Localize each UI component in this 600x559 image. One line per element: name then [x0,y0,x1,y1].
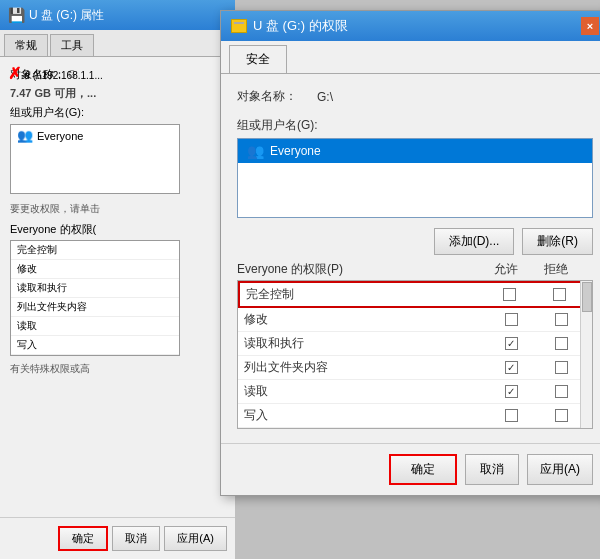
bg-group-text: 组或用户名(G): [10,106,84,118]
close-button[interactable]: × [581,17,599,35]
bg-drive-icon: 💾 [8,7,25,23]
bg-window-title: U 盘 (G:) 属性 [29,7,104,24]
bg-window-titlebar: 💾 U 盘 (G:) 属性 [0,0,235,30]
background-properties-window: 💾 U 盘 (G:) 属性 常规 工具 对象名称： G 7.47 GB 可用，.… [0,0,235,559]
perm-allow-full[interactable] [484,288,534,301]
apply-button[interactable]: 应用(A) [527,454,593,485]
allow-checkbox-write[interactable] [505,409,518,422]
allow-checkbox-list-folder[interactable] [505,361,518,374]
perm-deny-list-folder[interactable] [536,361,586,374]
bg-window-body: 对象名称： G 7.47 GB 可用，... 组或用户名(G): 👥 Every… [0,57,235,386]
bg-perm-row-6: 写入 [11,336,179,355]
bg-tab-general[interactable]: 常规 [4,34,48,56]
perm-row-list-folder: 列出文件夹内容 [238,356,592,380]
perm-allow-list-folder[interactable] [486,361,536,374]
bg-note: 要更改权限，请单击 [10,202,225,216]
bg-perm-row-2: 修改 [11,260,179,279]
everyone-label: Everyone [270,144,321,158]
perm-name-write: 写入 [244,407,486,424]
scrollbar-thumb[interactable] [582,282,592,312]
deny-checkbox-write[interactable] [555,409,568,422]
perm-row-read-exec: 读取和执行 [238,332,592,356]
group-label: 组或用户名(G): [237,117,593,134]
permissions-section: Everyone 的权限(P) 允许 拒绝 完全控制 [237,261,593,429]
bg-tabs-row: 常规 工具 [0,30,235,57]
allow-checkbox-read[interactable] [505,385,518,398]
bg-group-listbox[interactable]: 👥 Everyone [10,124,180,194]
add-button[interactable]: 添加(D)... [434,228,515,255]
remove-button[interactable]: 删除(R) [522,228,593,255]
deny-checkbox-list-folder[interactable] [555,361,568,374]
bg-window-footer: 确定 取消 应用(A) [0,517,235,559]
dialog-titlebar-left: U 盘 (G:) 的权限 [231,17,348,35]
dialog-tabs: 安全 [221,41,600,74]
perm-row-full-control: 完全控制 [238,281,592,308]
dialog-title: U 盘 (G:) 的权限 [253,17,348,35]
bg-tab-tools[interactable]: 工具 [50,34,94,56]
perm-row-write: 写入 [238,404,592,428]
deny-checkbox-modify[interactable] [555,313,568,326]
drive-icon [231,19,247,33]
group-item-everyone[interactable]: 👥 Everyone [238,139,592,163]
group-listbox[interactable]: 👥 Everyone [237,138,593,218]
perm-deny-modify[interactable] [536,313,586,326]
perm-allow-write[interactable] [486,409,536,422]
group-buttons: 添加(D)... 删除(R) [237,228,593,255]
deny-checkbox-read-exec[interactable] [555,337,568,350]
perm-header-name: Everyone 的权限(P) [237,261,481,278]
red-x-icon: ✗ [8,65,21,82]
network-path: d (\\192.168.1.1... [24,70,102,81]
allow-checkbox-full[interactable] [503,288,516,301]
tab-security[interactable]: 安全 [229,45,287,73]
bg-user-icon: 👥 [17,128,33,143]
bg-footer-note: 有关特殊权限或高 [10,362,225,376]
perm-deny-full[interactable] [534,288,584,301]
cancel-button[interactable]: 取消 [465,454,519,485]
perm-deny-read[interactable] [536,385,586,398]
dialog-body: 对象名称： G:\ 组或用户名(G): 👥 Everyone 添加(D)... … [221,74,600,443]
perm-allow-modify[interactable] [486,313,536,326]
object-name-row: 对象名称： G:\ [237,88,593,105]
dialog-footer: 确定 取消 应用(A) [221,443,600,495]
perm-deny-read-exec[interactable] [536,337,586,350]
allow-checkbox-modify[interactable] [505,313,518,326]
object-value: G:\ [317,90,333,104]
scrollbar-track[interactable] [580,281,592,428]
permissions-dialog: U 盘 (G:) 的权限 × 安全 对象名称： G:\ 组或用户名(G): 👥 … [220,10,600,496]
allow-checkbox-read-exec[interactable] [505,337,518,350]
perm-header-allow: 允许 [481,261,531,278]
perm-name-read: 读取 [244,383,486,400]
perm-name-read-exec: 读取和执行 [244,335,486,352]
bg-apply-button[interactable]: 应用(A) [164,526,227,551]
bg-group-item-everyone[interactable]: 👥 Everyone [11,125,179,146]
dialog-titlebar: U 盘 (G:) 的权限 × [221,11,600,41]
perm-header-deny: 拒绝 [531,261,581,278]
bg-perm-row-5: 读取 [11,317,179,336]
bg-perm-header: Everyone 的权限( [10,222,225,237]
everyone-user-icon: 👥 [246,142,264,160]
perm-table: 完全控制 修改 [237,280,593,429]
perm-header-row: Everyone 的权限(P) 允许 拒绝 [237,261,593,278]
perm-allow-read-exec[interactable] [486,337,536,350]
bg-group-label: 组或用户名(G): [10,105,225,120]
left-panel-item[interactable]: ✗ d (\\192.168.1.1... [4,60,107,87]
ok-button[interactable]: 确定 [389,454,457,485]
perm-name-list-folder: 列出文件夹内容 [244,359,486,376]
perm-row-read: 读取 [238,380,592,404]
bg-cancel-button[interactable]: 取消 [112,526,160,551]
bg-ok-button[interactable]: 确定 [58,526,108,551]
perm-row-modify: 修改 [238,308,592,332]
perm-deny-write[interactable] [536,409,586,422]
deny-checkbox-full[interactable] [553,288,566,301]
object-label: 对象名称： [237,88,317,105]
perm-allow-read[interactable] [486,385,536,398]
perm-name-full: 完全控制 [246,286,484,303]
group-section: 组或用户名(G): 👥 Everyone [237,117,593,218]
perm-name-modify: 修改 [244,311,486,328]
bg-perm-row-3: 读取和执行 [11,279,179,298]
bg-perm-table: 完全控制 修改 读取和执行 列出文件夹内容 读取 写入 [10,240,180,356]
deny-checkbox-read[interactable] [555,385,568,398]
bg-perm-row-1: 完全控制 [11,241,179,260]
bg-perm-row-4: 列出文件夹内容 [11,298,179,317]
